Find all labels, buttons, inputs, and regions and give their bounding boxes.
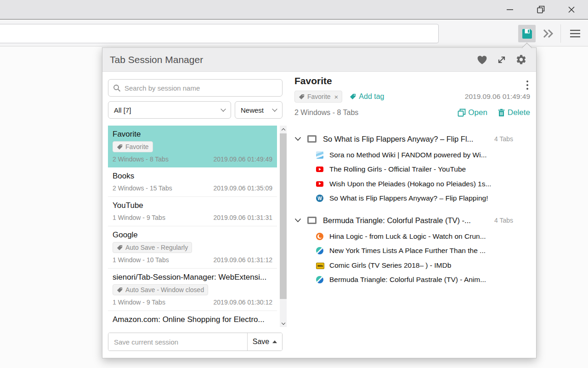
add-tag-button[interactable]: Add tag bbox=[350, 92, 384, 101]
session-list: Favorite Favorite 2 Windows - 8 Tabs 201… bbox=[108, 126, 277, 328]
session-item-favorite[interactable]: Favorite Favorite 2 Windows - 8 Tabs 201… bbox=[108, 126, 277, 167]
session-date: 2019.09.06 01:31:31 bbox=[214, 214, 272, 221]
scroll-up-button[interactable] bbox=[280, 126, 287, 133]
session-date: 2019.09.06 01:49:49 bbox=[214, 155, 272, 163]
tag-icon bbox=[117, 287, 123, 293]
youtube-favicon bbox=[316, 180, 323, 188]
session-item-amazon[interactable]: Amazon.com: Online Shopping for Electro.… bbox=[108, 311, 277, 328]
tab-session-manager-popup: Tab Session Manager All [7] bbox=[102, 47, 537, 358]
window-group: So What is Flip Flappers Anyway? – Flip … bbox=[294, 132, 513, 206]
double-chevron-right-icon bbox=[542, 28, 554, 39]
session-meta: 2 Windows - 15 Tabs bbox=[113, 184, 172, 192]
window-tab-count: 4 Tabs bbox=[494, 217, 513, 224]
tag-icon bbox=[350, 93, 356, 100]
open-session-button[interactable]: Open bbox=[458, 108, 487, 117]
session-search-box bbox=[108, 79, 283, 97]
tag-filter-value: All [7] bbox=[114, 106, 221, 114]
session-title: Amazon.com: Online Shopping for Electro.… bbox=[113, 315, 272, 325]
tab-row[interactable]: Sora no Method Wiki | FANDOM powered by … bbox=[294, 148, 513, 162]
session-title: YouTube bbox=[113, 201, 272, 211]
session-tag-chip: Auto Save - Window closed bbox=[113, 284, 208, 295]
tab-row[interactable]: So What is Flip Flappers Anyway? – Flip … bbox=[294, 191, 513, 206]
window-title: So What is Flip Flappers Anyway? – Flip … bbox=[323, 135, 490, 144]
tab-tree: So What is Flip Flappers Anyway? – Flip … bbox=[294, 132, 536, 287]
session-date: 2019.09.06 01:30:12 bbox=[214, 299, 272, 306]
session-tag-chip: Favorite bbox=[113, 141, 153, 152]
window-icon bbox=[307, 217, 317, 224]
hamburger-icon bbox=[570, 29, 581, 38]
session-title: sienori/Tab-Session-Manager: WebExtensi.… bbox=[113, 272, 272, 282]
tag-filter-dropdown[interactable]: All [7] bbox=[108, 101, 231, 119]
tag-icon bbox=[299, 94, 305, 100]
browser-toolbar bbox=[0, 21, 588, 46]
expand-icon[interactable] bbox=[497, 55, 507, 65]
window-title: Bermuda Triangle: Colorful Pastrale (TV)… bbox=[323, 216, 490, 225]
close-button[interactable] bbox=[565, 3, 578, 17]
tab-session-manager-extension-button[interactable] bbox=[518, 25, 536, 42]
scroll-down-button[interactable] bbox=[280, 320, 287, 327]
session-meta: 1 Window - 10 Tabs bbox=[113, 256, 169, 264]
session-tag-chip: Auto Save - Regularly bbox=[113, 242, 192, 253]
window-titlebar bbox=[0, 0, 588, 20]
restore-button[interactable] bbox=[534, 3, 548, 17]
session-list-scrollbar[interactable] bbox=[280, 126, 287, 327]
session-meta: 1 Window - 9 Tabs bbox=[113, 214, 165, 221]
tab-row[interactable]: New York Times Lists A Place Further Tha… bbox=[294, 244, 513, 259]
remove-tag-button[interactable]: × bbox=[334, 93, 339, 101]
tab-row[interactable]: Wish Upon the Pleiades (Hokago no Pleiad… bbox=[294, 177, 513, 191]
detail-meta: 2 Windows - 8 Tabs bbox=[294, 109, 358, 117]
session-item-youtube[interactable]: YouTube 1 Window - 9 Tabs 2019.09.06 01:… bbox=[108, 197, 277, 226]
save-session-bar: Save bbox=[108, 333, 283, 351]
sort-value: Newest bbox=[241, 106, 273, 114]
session-date: 2019.09.06 01:31:12 bbox=[214, 256, 272, 264]
youtube-favicon bbox=[316, 166, 323, 173]
tab-row[interactable]: The Rolling Girls - Official Trailer - Y… bbox=[294, 162, 513, 177]
gear-icon[interactable] bbox=[515, 54, 527, 65]
tab-row[interactable]: Hina Logic - from Luck & Logic - Watch o… bbox=[294, 229, 513, 244]
fandom-favicon bbox=[316, 151, 323, 159]
session-meta: 2 Windows - 8 Tabs bbox=[113, 155, 169, 163]
sort-dropdown[interactable]: Newest bbox=[235, 101, 283, 119]
chevron-down-icon bbox=[272, 106, 277, 111]
imdb-favicon bbox=[316, 262, 323, 269]
browser-menu-button[interactable] bbox=[568, 27, 582, 40]
window-header[interactable]: So What is Flip Flappers Anyway? – Flip … bbox=[294, 132, 513, 146]
session-meta: 1 Window - 9 Tabs bbox=[113, 299, 165, 306]
detail-tag-chip: Favorite × bbox=[294, 91, 342, 103]
anime-news-network-favicon bbox=[316, 276, 323, 283]
session-item-books[interactable]: Books 2 Windows - 15 Tabs 2019.09.06 01:… bbox=[108, 167, 277, 197]
detail-date: 2019.09.06 01:49:49 bbox=[465, 92, 530, 101]
window-group: Bermuda Triangle: Colorful Pastrale (TV)… bbox=[294, 213, 513, 287]
tag-icon bbox=[117, 245, 123, 251]
crunchyroll-favicon bbox=[316, 233, 323, 240]
save-button[interactable]: Save bbox=[247, 333, 282, 351]
search-input[interactable] bbox=[124, 84, 277, 92]
heart-icon[interactable] bbox=[476, 54, 488, 65]
save-options-caret-icon bbox=[272, 340, 277, 343]
window-tab-count: 4 Tabs bbox=[494, 135, 513, 143]
tab-row[interactable]: Bermuda Triangle: Colorful Pastrale (TV)… bbox=[294, 273, 513, 288]
tag-icon bbox=[117, 144, 123, 150]
window-header[interactable]: Bermuda Triangle: Colorful Pastrale (TV)… bbox=[294, 213, 513, 227]
save-session-name-input[interactable] bbox=[108, 333, 247, 351]
search-icon bbox=[113, 84, 121, 92]
detail-menu-button[interactable] bbox=[525, 79, 530, 91]
delete-session-button[interactable]: Delete bbox=[498, 108, 530, 117]
open-windows-icon bbox=[458, 109, 466, 117]
anime-news-network-favicon bbox=[316, 247, 323, 254]
collapse-chevron-icon[interactable] bbox=[294, 137, 301, 141]
trash-icon bbox=[498, 109, 505, 117]
popup-header: Tab Session Manager bbox=[102, 48, 536, 72]
detail-title: Favorite bbox=[294, 75, 536, 86]
minimize-button[interactable] bbox=[503, 3, 517, 17]
chevron-down-icon bbox=[220, 106, 226, 111]
session-title: Books bbox=[113, 171, 272, 181]
collapse-chevron-icon[interactable] bbox=[294, 218, 301, 223]
tab-row[interactable]: Comic Girls (TV Series 2018– ) - IMDb bbox=[294, 258, 513, 273]
address-bar[interactable] bbox=[0, 24, 439, 43]
toolbar-overflow-button[interactable] bbox=[540, 27, 556, 40]
session-item-sienori[interactable]: sienori/Tab-Session-Manager: WebExtensi.… bbox=[108, 269, 277, 311]
session-date: 2019.09.06 01:35:09 bbox=[214, 184, 272, 192]
session-item-google[interactable]: Google Auto Save - Regularly 1 Window - … bbox=[108, 226, 277, 269]
scrollbar-thumb[interactable] bbox=[280, 133, 287, 299]
